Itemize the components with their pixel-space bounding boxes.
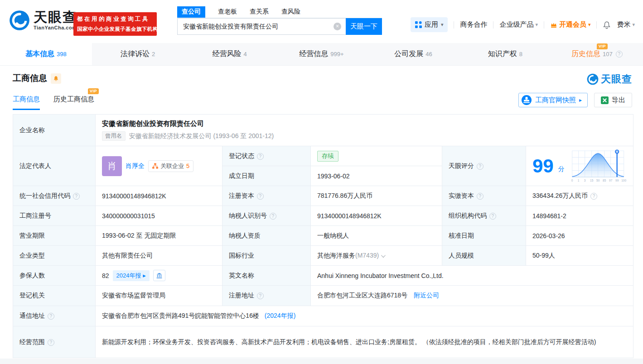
crown-icon xyxy=(550,22,557,28)
table-row: 参保人数 82 2024年报 ▸ 英文名称 xyxy=(13,266,633,286)
taxpayer-quality-value: 一般纳税人 xyxy=(311,226,442,246)
help-icon[interactable]: ? xyxy=(477,193,483,200)
table-row: 工商注册号 340000000031015 纳税人识别号 ? 913400001… xyxy=(13,206,633,226)
help-icon[interactable]: ? xyxy=(590,193,597,200)
status-badge: 存续 xyxy=(317,151,338,162)
logo-swirl-icon xyxy=(9,10,30,31)
subscribe-bell-button[interactable] xyxy=(51,73,61,84)
nearby-companies-link[interactable]: 附近公司 xyxy=(414,292,439,299)
english-name-label: 英文名称 xyxy=(222,266,311,286)
export-button[interactable]: 导出 xyxy=(594,93,632,107)
legal-rep-name-link[interactable]: 肖厚全 xyxy=(126,162,145,170)
staff-size-label: 人员规模 xyxy=(442,246,526,266)
help-icon[interactable]: ? xyxy=(489,213,496,220)
help-icon[interactable]: ? xyxy=(48,313,54,320)
subtab-business-registration[interactable]: 工商信息 xyxy=(13,95,40,110)
annual-report-link[interactable]: (2024年报) xyxy=(265,312,295,319)
apps-menu[interactable]: 应用 ▾ xyxy=(411,17,448,32)
reg-authority-label: 登记机关 xyxy=(13,286,96,306)
reg-number-value: 340000000031015 xyxy=(96,206,222,226)
tab-count: 398 xyxy=(57,51,67,57)
tab-label: 知识产权 xyxy=(488,49,517,59)
arrow-right-icon: ▸ xyxy=(579,97,582,103)
score-label: 天眼评分 xyxy=(449,162,474,169)
tab-intellectual-property[interactable]: 知识产权 8 xyxy=(459,43,551,65)
notification-bell-icon[interactable] xyxy=(603,21,611,29)
help-icon[interactable]: ? xyxy=(48,339,54,346)
svg-text:3: 3 xyxy=(584,179,586,182)
enterprise-products-label: 企业级产品 xyxy=(499,20,533,29)
approval-date-value: 2026-03-26 xyxy=(526,226,633,246)
insured-trend-button[interactable] xyxy=(153,270,165,281)
bell-icon xyxy=(53,76,59,81)
slogan-line2: 国家中小企业发展子基金旗下机构 xyxy=(77,26,153,33)
industry-value: 其他海洋服务 xyxy=(317,252,355,259)
building-icon xyxy=(156,273,163,279)
related-companies-count: 5 xyxy=(186,163,189,169)
mailing-address-value: 安徽省合肥市包河区贵州路491号皖能智能管控中心16楼 xyxy=(102,312,259,319)
tab-legal-proceedings[interactable]: 法律诉讼 2 xyxy=(92,43,184,65)
tab-business-risk[interactable]: 经营风险 4 xyxy=(184,43,276,65)
tab-basic-info[interactable]: 基本信息 398 xyxy=(0,43,92,65)
search-tab-company[interactable]: 查公司 xyxy=(177,6,205,18)
section-divider xyxy=(0,359,643,364)
taxpayer-id-label: 纳税人识别号 xyxy=(229,212,267,219)
reg-authority-value: 安徽省市场监督管理局 xyxy=(96,286,222,306)
tab-label: 公司发展 xyxy=(394,49,423,59)
company-name-label: 企业名称 xyxy=(13,115,96,146)
subtab-label: 历史工商信息 xyxy=(53,95,94,103)
business-cooperation-link[interactable]: 商务合作 xyxy=(460,20,487,29)
org-chart-icon xyxy=(152,163,158,169)
establish-date-label: 成立日期 xyxy=(222,166,311,186)
mailing-address-label: 通信地址 xyxy=(19,312,45,319)
tianyancha-logo[interactable]: 天眼查 TianYanCha.com xyxy=(9,10,77,31)
related-companies-button[interactable]: 关联企业 5 xyxy=(148,160,193,172)
help-icon[interactable]: ? xyxy=(477,163,483,170)
help-icon[interactable]: ? xyxy=(257,193,264,200)
snapshot-label: 工商官网快照 xyxy=(535,96,576,105)
score-unit: 分 xyxy=(558,165,565,173)
divider xyxy=(493,21,493,29)
table-row: 企业名称 安徽省新能创业投资有限责任公司 曾用名 安徽省新能经济技术发展公司 (… xyxy=(13,115,633,146)
watermark-text: 天眼查 xyxy=(601,72,632,86)
credit-code-label: 统一社会信用代码 xyxy=(19,192,70,199)
svg-text:100: 100 xyxy=(621,179,626,182)
user-menu[interactable]: 费米 ▾ xyxy=(617,20,635,29)
tab-business-info[interactable]: 经营信息 999+ xyxy=(276,43,367,65)
legal-rep-avatar[interactable]: 肖 xyxy=(102,156,122,176)
header-menu: 应用 ▾ 商务合作 企业级产品 ▾ 开通会员 ▾ 费米 ▾ xyxy=(411,17,635,32)
help-icon[interactable]: ? xyxy=(270,213,276,220)
insured-count-label: 参保人数 xyxy=(13,266,96,286)
table-row: 法定代表人 肖 肖厚全 关联企业 5 登记状态 ? xyxy=(13,146,633,166)
enterprise-products-menu[interactable]: 企业级产品 ▾ xyxy=(499,20,538,29)
svg-text:1: 1 xyxy=(578,179,580,182)
stamp-icon xyxy=(521,95,532,105)
search-input[interactable] xyxy=(177,18,346,35)
help-icon[interactable]: ? xyxy=(257,153,264,160)
table-row: 统一社会信用代码 ? 91340000148946812K 注册资本 ? 781… xyxy=(13,186,633,206)
search-tab-relation[interactable]: 查关系 xyxy=(250,8,269,18)
join-vip-menu[interactable]: 开通会员 ▾ xyxy=(550,20,591,29)
tab-history-info[interactable]: 历史信息 VIP 107 ? xyxy=(551,43,643,65)
divider xyxy=(454,21,454,29)
search-tab-risk[interactable]: 查风险 xyxy=(281,8,300,18)
search-button[interactable]: 天眼一下 xyxy=(346,18,382,35)
annual-report-pill[interactable]: 2024年报 ▸ xyxy=(113,270,150,281)
official-snapshot-button[interactable]: 工商官网快照 ▸ xyxy=(518,93,588,107)
reg-status-label: 登记状态 xyxy=(229,152,254,159)
staff-size-value: 50-99人 xyxy=(526,246,633,266)
divider xyxy=(596,21,597,29)
help-icon[interactable]: ? xyxy=(616,51,623,57)
tab-count: 107 xyxy=(603,51,613,57)
reg-number-label: 工商注册号 xyxy=(13,206,96,226)
search-tab-boss[interactable]: 查老板 xyxy=(218,8,237,18)
help-icon[interactable]: ? xyxy=(73,193,80,200)
reg-capital-value: 781776.86万人民币 xyxy=(311,186,442,206)
subtab-history-registration[interactable]: 历史工商信息 VIP xyxy=(53,95,94,110)
section-title: 工商信息 xyxy=(13,72,47,84)
page-header: 天眼查 TianYanCha.com 都在用的商业查询工具 国家中小企业发展子基… xyxy=(0,0,643,43)
help-icon[interactable]: ? xyxy=(257,292,264,299)
tab-company-development[interactable]: 公司发展 46 xyxy=(367,43,459,65)
industry-dropdown[interactable]: 其他海洋服务(M7439) xyxy=(311,246,442,266)
clear-search-icon[interactable]: × xyxy=(334,23,341,30)
